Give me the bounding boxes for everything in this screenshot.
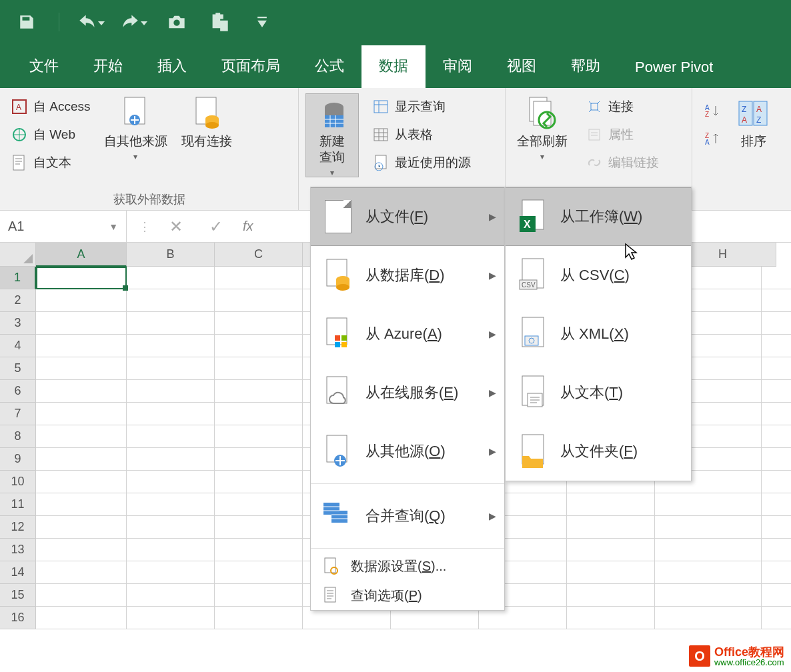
menu-from-other-sources[interactable]: 从其他源(O) ▶	[311, 422, 504, 481]
menu-data-source-settings[interactable]: 数据源设置(S)...	[311, 551, 504, 581]
row-header-1[interactable]: 1	[0, 267, 36, 289]
other-sources-label: 自其他来源	[104, 133, 167, 149]
save-button[interactable]	[13, 9, 40, 35]
watermark-badge-icon: O	[689, 645, 710, 667]
svg-rect-48	[325, 587, 335, 602]
row-header-9[interactable]: 9	[0, 448, 36, 471]
row-header-3[interactable]: 3	[0, 312, 36, 335]
camera-button[interactable]	[163, 9, 190, 35]
svg-point-9	[205, 122, 219, 129]
refresh-all-button[interactable]: 全部刷新 ▾	[512, 93, 572, 161]
from-web-button[interactable]: 自 Web	[7, 123, 95, 147]
tab-formulas[interactable]: 公式	[297, 45, 361, 88]
settings-icon	[321, 557, 340, 575]
options-icon	[321, 586, 340, 605]
row-header-10[interactable]: 10	[0, 471, 36, 493]
row-header-8[interactable]: 8	[0, 425, 36, 448]
submenu-arrow-icon: ▶	[489, 387, 496, 398]
menu-from-database[interactable]: 从数据库(D) ▶	[311, 246, 504, 305]
sort-button[interactable]: ZAAZ 排序	[734, 93, 774, 149]
group-label-external-data: 获取外部数据	[7, 187, 291, 207]
edit-links-label: 编辑链接	[608, 154, 659, 171]
tab-insert[interactable]: 插入	[140, 45, 204, 88]
tab-power-pivot[interactable]: Power Pivot	[618, 48, 730, 88]
submenu-from-xml[interactable]: 从 XML(X)	[506, 305, 691, 363]
row-header-7[interactable]: 7	[0, 403, 36, 425]
existing-connections-button[interactable]: 现有连接	[177, 93, 237, 149]
other-source-icon	[321, 433, 355, 470]
xml-icon	[516, 315, 550, 353]
resize-handle-icon[interactable]: ⋮	[139, 219, 149, 234]
submenu-from-folder[interactable]: 从文件夹(F)	[506, 422, 691, 481]
excel-workbook-icon: X	[516, 198, 550, 235]
name-box[interactable]: A1 ▼	[0, 211, 127, 242]
row-header-6[interactable]: 6	[0, 380, 36, 403]
globe-icon	[11, 126, 28, 143]
col-header-C[interactable]: C	[215, 243, 303, 267]
file-icon	[321, 198, 355, 235]
menu-query-options[interactable]: 查询选项(P)	[311, 581, 504, 610]
from-other-sources-button[interactable]: 自其他来源 ▾	[104, 93, 167, 161]
menu-from-online-services[interactable]: 从在线服务(E) ▶	[311, 363, 504, 422]
submenu-from-csv[interactable]: CSV 从 CSV(C)	[506, 246, 691, 305]
col-header-A[interactable]: A	[36, 243, 127, 267]
svg-rect-46	[325, 558, 335, 573]
submenu-from-workbook[interactable]: X 从工作簿(W)	[506, 187, 691, 246]
tab-data[interactable]: 数据	[361, 45, 426, 88]
redo-button[interactable]	[121, 9, 147, 35]
menu-merge-queries[interactable]: 合并查询(Q) ▶	[311, 487, 504, 545]
sort-az-icon: AZ	[703, 102, 720, 119]
new-query-icon	[315, 96, 349, 131]
dropdown-arrow-icon: ▾	[133, 152, 137, 161]
row-header-4[interactable]: 4	[0, 335, 36, 357]
submenu-from-text[interactable]: 从文本(T)	[506, 363, 691, 422]
row-header-14[interactable]: 14	[0, 561, 36, 584]
paste-button[interactable]	[206, 9, 233, 35]
tab-file[interactable]: 文件	[12, 45, 76, 88]
dropdown-arrow-icon: ▾	[330, 168, 334, 177]
recent-sources-button[interactable]: 最近使用的源	[368, 151, 475, 175]
from-table-button[interactable]: 从表格	[368, 123, 475, 147]
menu-from-azure[interactable]: 从 Azure(A) ▶	[311, 305, 504, 363]
qat-separator	[59, 13, 59, 31]
table-icon	[372, 126, 389, 143]
from-text-button[interactable]: 自文本	[7, 151, 95, 175]
properties-button: 属性	[582, 123, 663, 147]
sort-label: 排序	[741, 133, 766, 149]
row-header-11[interactable]: 11	[0, 493, 36, 516]
menu-from-file[interactable]: 从文件(F) ▶	[311, 187, 504, 246]
from-web-label: 自 Web	[33, 126, 75, 143]
from-access-button[interactable]: A 自 Access	[7, 95, 95, 119]
tab-home[interactable]: 开始	[76, 45, 140, 88]
tab-page-layout[interactable]: 页面布局	[204, 45, 297, 88]
row-header-2[interactable]: 2	[0, 289, 36, 312]
svg-text:A: A	[742, 115, 747, 125]
menu-from-other-label: 从其他源(O)	[365, 441, 446, 461]
row-header-12[interactable]: 12	[0, 516, 36, 539]
cancel-formula-button: ✕	[163, 217, 189, 236]
tab-view[interactable]: 视图	[490, 45, 554, 88]
edit-links-button: 编辑链接	[582, 151, 663, 175]
new-query-button[interactable]: 新建 查询 ▾	[305, 93, 359, 177]
csv-icon: CSV	[516, 257, 550, 294]
sort-desc-button[interactable]: ZA	[699, 127, 724, 151]
existing-connections-label: 现有连接	[181, 133, 232, 149]
select-all-corner[interactable]	[0, 243, 36, 267]
tab-help[interactable]: 帮助	[554, 45, 618, 88]
connections-button[interactable]: 连接	[582, 95, 663, 119]
fx-icon[interactable]: fx	[243, 219, 253, 234]
row-header-16[interactable]: 16	[0, 607, 36, 629]
row-header-15[interactable]: 15	[0, 584, 36, 607]
row-header-5[interactable]: 5	[0, 357, 36, 380]
row-header-13[interactable]: 13	[0, 539, 36, 561]
undo-button[interactable]	[78, 9, 105, 35]
properties-icon	[586, 126, 603, 143]
submenu-text-label: 从文本(T)	[560, 383, 623, 403]
clock-file-icon	[372, 154, 389, 171]
col-header-B[interactable]: B	[127, 243, 215, 267]
tab-review[interactable]: 审阅	[426, 45, 490, 88]
sort-asc-button[interactable]: AZ	[699, 99, 724, 123]
show-queries-button[interactable]: 显示查询	[368, 95, 475, 119]
svg-rect-45	[331, 511, 347, 523]
customize-qat-button[interactable]	[249, 9, 275, 35]
